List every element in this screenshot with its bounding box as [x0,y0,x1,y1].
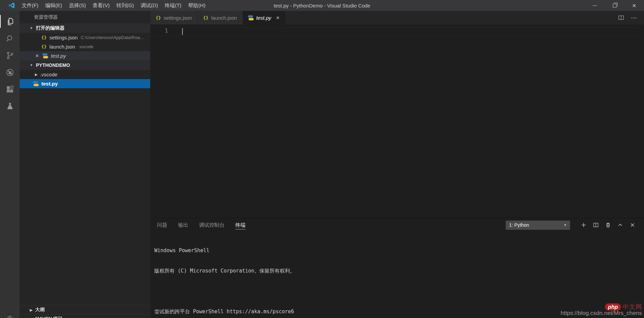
tab-label: launch.json [211,15,237,21]
tab-test-py[interactable]: test.py ✕ [243,11,285,24]
open-editor-test-py[interactable]: ✕ test.py [20,51,150,60]
close-panel-icon [630,222,635,228]
trash-icon [605,222,611,228]
close-icon: ✕ [632,3,637,8]
kill-terminal-button[interactable] [602,220,614,230]
menu-bar: 文件(F) 编辑(E) 选择(S) 查看(V) 转到(G) 调试(D) 终端(T… [18,0,209,11]
json-icon: {} [41,35,47,40]
twisty-closed-icon: ▶ [35,73,38,76]
tab-launch-json[interactable]: {} launch.json [198,11,242,24]
editor-group: {} settings.json {} launch.json test.py … [150,11,644,318]
terminal-line: 版权所有 (C) Microsoft Corporation。保留所有权利。 [154,267,640,274]
close-editor-icon[interactable]: ✕ [35,53,40,58]
twisty-open-icon: ▼ [30,63,35,67]
minimize-button[interactable] [585,0,605,11]
menu-terminal[interactable]: 终端(T) [161,0,185,11]
dropdown-arrow-icon: ▼ [564,223,567,227]
sidebar-title: 资源管理器 [20,11,150,23]
activity-manage[interactable] [0,313,20,318]
close-tab-icon[interactable]: ✕ [276,15,280,20]
editor-actions: ··· [619,11,644,24]
tab-settings-json[interactable]: {} settings.json [150,11,197,24]
current-line-highlight [150,27,638,36]
debug-icon [5,68,15,77]
sidebar-bottom-sections: ▶ 大纲 ▶ MAVEN 项目 [20,305,150,318]
panel-tab-terminal[interactable]: 终端 [235,218,246,232]
activity-extensions[interactable] [0,81,20,98]
split-terminal-button[interactable] [590,220,602,230]
activity-search[interactable] [0,30,20,47]
file-name: test.py [51,53,66,59]
menu-help[interactable]: 帮助(H) [185,0,209,11]
terminal-line: Windows PowerShell [154,247,640,254]
menu-debug[interactable]: 调试(D) [137,0,161,11]
title-bar: 文件(F) 编辑(E) 选择(S) 查看(V) 转到(G) 调试(D) 终端(T… [0,0,644,11]
menu-view[interactable]: 查看(V) [89,0,113,11]
activity-test[interactable] [0,98,20,115]
file-name: settings.json [50,35,78,40]
split-editor-icon[interactable] [619,16,624,20]
tree-item-vscode-folder[interactable]: ▶ .vscode [20,70,150,79]
panel-tab-debug-console[interactable]: 调试控制台 [199,218,225,232]
activity-bar [0,11,20,318]
open-editor-launch-json[interactable]: {} launch.json .vscode [20,42,150,51]
outline-section-header[interactable]: ▶ 大纲 [20,305,150,314]
file-name: launch.json [50,44,75,50]
file-name: test.py [41,81,58,87]
file-path-detail: .vscode [78,44,94,49]
maven-section-header[interactable]: ▶ MAVEN 项目 [20,314,150,318]
project-folder-header[interactable]: ▼ PYTHONDEMO [20,60,150,70]
open-editors-label: 打开的编辑器 [36,25,64,31]
maximize-panel-button[interactable] [614,220,626,230]
menu-edit[interactable]: 编辑(E) [42,0,65,11]
search-icon [5,34,15,43]
watermark: php 中文网 https://blog.csdn.net/Mrs_chens [561,303,642,317]
window-controls: ✕ [585,0,644,11]
text-cursor [182,28,183,35]
sidebar-explorer: 资源管理器 ▼ 打开的编辑器 {} settings.json C:\Users… [20,11,150,318]
tab-label: settings.json [164,15,192,21]
tree-item-test-py[interactable]: test.py [20,79,150,88]
twisty-closed-icon: ▶ [30,308,33,312]
close-window-button[interactable]: ✕ [624,0,644,11]
minimize-icon [593,5,597,6]
new-terminal-button[interactable] [578,220,590,230]
split-terminal-icon [593,222,599,228]
restore-icon [613,4,617,7]
python-icon [33,81,38,86]
panel-tabs: 问题 输出 调试控制台 终端 [157,218,246,232]
terminal-picker-dropdown[interactable]: 1: Python ▼ [506,221,570,230]
open-editors-header[interactable]: ▼ 打开的编辑器 [20,23,150,33]
project-folder-label: PYTHONDEMO [36,62,70,68]
panel-header: 问题 输出 调试控制台 终端 1: Python ▼ [150,218,644,232]
vscode-logo-icon [8,2,15,9]
tab-label: test.py [256,15,271,21]
extensions-icon [5,85,15,94]
close-panel-button[interactable] [626,220,639,230]
python-icon [248,15,253,20]
json-icon: {} [41,44,47,49]
code-editor[interactable]: 1 [150,24,644,218]
php-logo-badge: php [605,303,621,311]
manage-gear-icon [6,315,14,318]
menu-go[interactable]: 转到(G) [113,0,137,11]
outline-label: 大纲 [35,307,45,313]
activity-explorer[interactable] [0,13,20,30]
menu-file[interactable]: 文件(F) [18,0,42,11]
plus-icon [581,222,586,228]
menu-selection[interactable]: 选择(S) [65,0,89,11]
open-editor-settings-json[interactable]: {} settings.json C:\Users\lenovo\AppData… [20,33,150,42]
activity-source-control[interactable] [0,47,20,64]
file-path-detail: C:\Users\lenovo\AppData\Roa... [81,35,143,40]
test-beaker-icon [5,102,15,111]
terminal-picker-value: 1: Python [509,222,529,228]
vscode-window: 文件(F) 编辑(E) 选择(S) 查看(V) 转到(G) 调试(D) 终端(T… [0,0,644,318]
panel-tab-output[interactable]: 输出 [178,218,188,232]
panel-tab-problems[interactable]: 问题 [157,218,167,232]
explorer-icon [5,17,15,26]
activity-debug[interactable] [0,64,20,81]
restore-button[interactable] [605,0,624,11]
line-number: 1 [150,28,168,34]
more-actions-icon[interactable]: ··· [631,15,637,21]
json-icon: {} [203,15,209,20]
